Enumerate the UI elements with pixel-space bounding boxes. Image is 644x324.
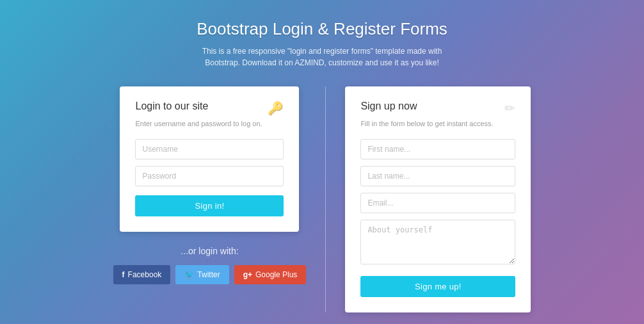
lastname-input[interactable]	[360, 166, 515, 186]
firstname-group	[360, 139, 515, 159]
facebook-icon: f	[122, 270, 125, 279]
signin-button[interactable]: Sign in!	[135, 195, 284, 216]
google-label: Google Plus	[255, 270, 297, 279]
register-subtitle: Fill in the form below to get instant ac…	[360, 120, 515, 127]
forms-container: Login to our site 🔑 Enter username and p…	[47, 86, 597, 312]
login-subtitle: Enter username and password to log on.	[135, 120, 284, 127]
login-section: Login to our site 🔑 Enter username and p…	[113, 86, 307, 284]
register-card-header: Sign up now ✏	[360, 101, 515, 116]
password-group	[135, 166, 284, 186]
firstname-input[interactable]	[360, 139, 515, 159]
login-extras: ...or login with: f Facebook 🐦 Twitter g…	[113, 246, 307, 284]
password-input[interactable]	[135, 166, 284, 186]
login-title: Login to our site	[135, 101, 208, 112]
signup-button[interactable]: Sign me up!	[360, 276, 515, 297]
google-button[interactable]: g+ Google Plus	[234, 265, 307, 284]
login-card: Login to our site 🔑 Enter username and p…	[120, 86, 299, 232]
about-group	[360, 220, 515, 267]
page-subtitle: This is a free responsive "login and reg…	[188, 45, 456, 69]
pencil-icon: ✏	[504, 101, 515, 116]
or-login-label: ...or login with:	[113, 246, 307, 256]
facebook-label: Facebook	[128, 270, 162, 279]
register-card: Sign up now ✏ Fill in the form below to …	[345, 86, 531, 312]
register-title: Sign up now	[360, 101, 417, 112]
google-icon: g+	[243, 270, 252, 279]
twitter-icon: 🐦	[184, 270, 194, 279]
lastname-group	[360, 166, 515, 186]
username-input[interactable]	[135, 139, 284, 159]
twitter-label: Twitter	[197, 270, 220, 279]
page-title: Bootstrap Login & Register Forms	[188, 19, 456, 39]
page-header: Bootstrap Login & Register Forms This is…	[188, 19, 456, 69]
section-divider	[325, 86, 326, 312]
facebook-button[interactable]: f Facebook	[113, 265, 171, 284]
key-icon: 🔑	[268, 101, 284, 116]
email-group	[360, 193, 515, 213]
email-input[interactable]	[360, 193, 515, 213]
twitter-button[interactable]: 🐦 Twitter	[175, 265, 229, 284]
about-textarea[interactable]	[360, 220, 515, 264]
login-card-header: Login to our site 🔑	[135, 101, 284, 116]
social-buttons: f Facebook 🐦 Twitter g+ Google Plus	[113, 265, 307, 284]
username-group	[135, 139, 284, 159]
